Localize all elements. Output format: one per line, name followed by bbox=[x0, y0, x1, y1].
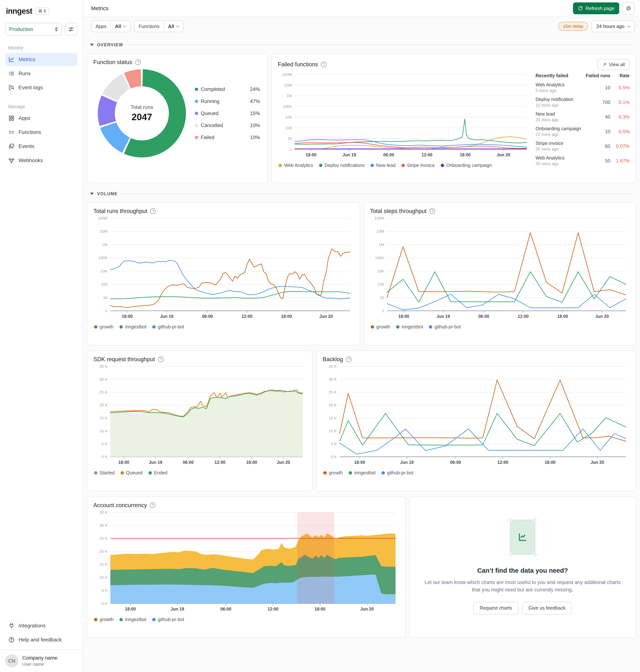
legend-item[interactable]: Cancelled10% bbox=[195, 123, 260, 128]
command-k-shortcut[interactable]: ⌘ K bbox=[35, 8, 49, 15]
volume-section-toggle[interactable]: VOLUME bbox=[90, 188, 633, 199]
svg-text:10 K: 10 K bbox=[99, 575, 107, 580]
table-row[interactable]: Web Analytics5 mins ago 100.5% bbox=[536, 82, 630, 93]
legend-item[interactable]: Started bbox=[94, 470, 115, 475]
legend-item[interactable]: Completed24% bbox=[195, 86, 260, 92]
environment-value: Production bbox=[9, 27, 33, 32]
table-row[interactable]: New lead20 mins ago 400.3% bbox=[536, 111, 630, 123]
sidebar-item-label: Functions bbox=[18, 129, 41, 135]
give-feedback-button[interactable]: Give us feedback bbox=[522, 602, 572, 614]
legend-item[interactable]: github-pr-bot bbox=[152, 617, 184, 622]
sidebar-item-metrics[interactable]: Metrics bbox=[5, 53, 77, 66]
svg-text:1M: 1M bbox=[287, 94, 292, 98]
legend-item[interactable]: inngestbot bbox=[396, 324, 423, 330]
legend-item[interactable]: inngestbot bbox=[119, 324, 146, 330]
svg-text:100: 100 bbox=[101, 282, 107, 286]
functions-filter[interactable]: Functions All bbox=[134, 20, 184, 32]
sidebar-item-apps[interactable]: Apps bbox=[5, 112, 77, 125]
request-charts-button[interactable]: Request charts bbox=[473, 602, 518, 614]
time-range-select[interactable]: 24 hours ago bbox=[592, 20, 635, 32]
svg-text:Jun 20: Jun 20 bbox=[277, 460, 290, 465]
legend-item[interactable]: Stripe invoice bbox=[402, 163, 435, 168]
table-row[interactable]: Web Analytics35 mins ago 501.67% bbox=[536, 155, 630, 166]
apps-filter[interactable]: Apps All bbox=[91, 20, 131, 32]
table-row[interactable]: Deploy notification10 mins ago 7000.1% bbox=[536, 97, 630, 108]
sidebar-item-label: Apps bbox=[18, 115, 30, 121]
legend-item[interactable]: growth bbox=[371, 324, 390, 330]
sliders-icon bbox=[68, 26, 74, 33]
legend-item[interactable]: Running47% bbox=[195, 99, 260, 104]
legend-item[interactable]: github-pr-bot bbox=[152, 324, 184, 330]
svg-text:10 K: 10 K bbox=[329, 429, 337, 433]
settings-button[interactable]: ⚙ bbox=[622, 2, 635, 15]
total-steps-chart: 11010010K100K1M10M100M18:00Jun 1906:0012… bbox=[370, 214, 630, 322]
svg-text:5 K: 5 K bbox=[101, 442, 107, 446]
svg-text:1M: 1M bbox=[379, 242, 384, 247]
inngest-logo: inngest bbox=[6, 7, 32, 16]
svg-text:100: 100 bbox=[285, 126, 292, 130]
overview-section-toggle[interactable]: OVERVIEW bbox=[90, 39, 633, 51]
functions-filter-label: Functions bbox=[135, 21, 164, 32]
svg-text:Jun 20: Jun 20 bbox=[360, 606, 374, 612]
backlog-chart: 0 K5 K10 K15 K20 K25 K30 K35 K18:00Jun 1… bbox=[323, 363, 630, 468]
legend-item[interactable]: growth bbox=[323, 470, 343, 475]
feedback-body: Let our team know which charts are most … bbox=[424, 578, 621, 594]
failed-functions-chart: 11010010K100K1M10M100M18:00Jun 1906:0012… bbox=[278, 71, 530, 160]
legend-item[interactable]: github-pr-bot bbox=[429, 324, 461, 330]
svg-text:Jun 20: Jun 20 bbox=[595, 314, 609, 319]
apps-icon bbox=[8, 115, 15, 121]
legend-item[interactable]: Queued bbox=[120, 470, 143, 475]
legend-item[interactable]: Web Analytics bbox=[278, 163, 313, 168]
sidebar-item-label: Integrations bbox=[18, 623, 46, 629]
help-icon[interactable]: ? bbox=[150, 502, 155, 508]
gear-icon: ⚙ bbox=[626, 5, 631, 12]
svg-text:100K: 100K bbox=[375, 256, 384, 260]
sidebar: inngest ⌘ K Production Monitor Metrics bbox=[0, 0, 83, 672]
svg-text:100M: 100M bbox=[98, 216, 107, 220]
refresh-page-button[interactable]: Refresh page bbox=[573, 2, 619, 14]
svg-text:12:00: 12:00 bbox=[215, 460, 226, 465]
legend-item[interactable]: New lead bbox=[370, 163, 395, 168]
table-row[interactable]: Onboarding campaign22 mins ago 100.5% bbox=[536, 126, 630, 137]
backlog-legend: growthinngestbotgithub-pr-bot bbox=[323, 470, 630, 475]
legend-item[interactable]: github-pr-bot bbox=[381, 470, 413, 475]
help-icon[interactable]: ? bbox=[150, 209, 156, 214]
sidebar-item-integrations[interactable]: Integrations bbox=[5, 619, 77, 632]
topbar: Metrics Refresh page ⚙ bbox=[83, 0, 640, 17]
legend-item[interactable]: Ended bbox=[148, 470, 168, 475]
svg-text:12:00: 12:00 bbox=[267, 606, 278, 612]
legend-item[interactable]: Onboarding campaign bbox=[441, 163, 492, 168]
help-icon[interactable]: ? bbox=[158, 357, 163, 362]
view-all-button[interactable]: ↗ View all bbox=[598, 59, 630, 70]
help-icon[interactable]: ? bbox=[321, 62, 326, 67]
help-icon[interactable]: ? bbox=[346, 357, 351, 362]
environment-filter-button[interactable] bbox=[65, 23, 77, 35]
sidebar-item-help-and-feedback[interactable]: Help and feedback bbox=[5, 633, 77, 646]
table-row[interactable]: Stripe invoice25 mins ago 600.07% bbox=[536, 141, 630, 152]
sidebar-item-event-logs[interactable]: Event logs bbox=[5, 81, 77, 94]
svg-text:Jun 19: Jun 19 bbox=[343, 153, 356, 157]
help-icon[interactable]: ? bbox=[430, 209, 435, 214]
nav-section-monitor: Monitor bbox=[5, 44, 77, 52]
legend-item[interactable]: Queued15% bbox=[195, 111, 260, 116]
legend-item[interactable]: inngestbot bbox=[349, 470, 376, 475]
total-runs-legend: growthinngestbotgithub-pr-bot bbox=[93, 324, 354, 330]
app-root: inngest ⌘ K Production Monitor Metrics bbox=[0, 0, 640, 672]
legend-item[interactable]: inngestbot bbox=[119, 617, 146, 622]
dashboard-content: OVERVIEW Function status ? Total runs bbox=[83, 35, 640, 672]
environment-select[interactable]: Production bbox=[5, 23, 62, 35]
sidebar-item-webhooks[interactable]: Webhooks bbox=[5, 154, 77, 167]
sidebar-item-events[interactable]: Events bbox=[5, 140, 77, 153]
legend-item[interactable]: Deploy notifications bbox=[319, 163, 365, 168]
legend-item[interactable]: growth bbox=[94, 324, 114, 330]
legend-item[interactable]: Failed10% bbox=[195, 135, 260, 140]
svg-text:Jun 20: Jun 20 bbox=[319, 314, 333, 319]
refresh-label: Refresh page bbox=[585, 5, 614, 11]
sidebar-item-runs[interactable]: Runs bbox=[5, 67, 77, 80]
help-icon bbox=[8, 637, 15, 643]
legend-item[interactable]: growth bbox=[94, 617, 114, 622]
help-icon[interactable]: ? bbox=[135, 59, 141, 65]
svg-text:Jun 20: Jun 20 bbox=[497, 153, 510, 157]
sidebar-item-functions[interactable]: Functions bbox=[5, 126, 77, 139]
account-menu[interactable]: CN Company name User name bbox=[0, 649, 83, 672]
